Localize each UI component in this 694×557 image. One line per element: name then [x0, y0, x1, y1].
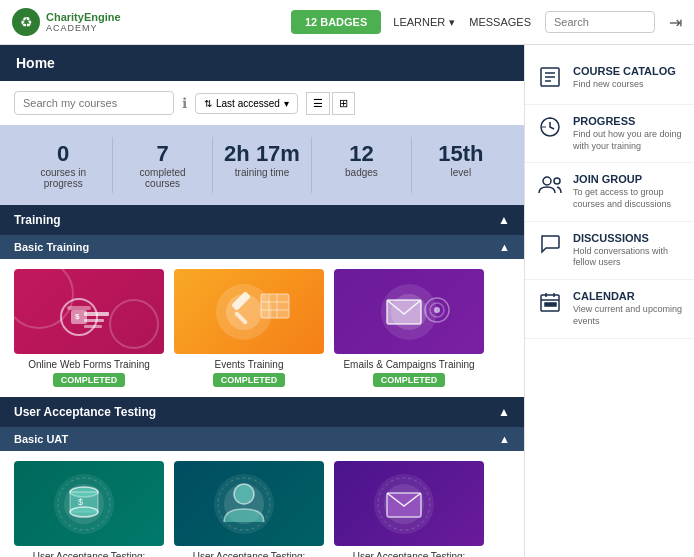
stats-row: 0 courses in progress 7 completed course…	[0, 125, 524, 205]
basic-training-cards: $ Online Web Forms Training COMPLETED	[0, 259, 524, 397]
card-thumbnail	[174, 461, 324, 546]
header-nav: LEARNER ▾ MESSAGES ⇥	[393, 11, 682, 33]
page-header: Home	[0, 45, 524, 81]
main-layout: Home ℹ ⇅ Last accessed ▾ ☰ ⊞ 0 courses i…	[0, 45, 694, 557]
view-icons: ☰ ⊞	[306, 92, 355, 115]
svg-rect-5	[84, 325, 102, 328]
sidebar-desc: View current and upcoming events	[573, 304, 682, 327]
progress-icon	[537, 115, 563, 144]
svg-text:$: $	[78, 497, 83, 507]
learner-dropdown[interactable]: LEARNER ▾	[393, 16, 455, 29]
svg-rect-50	[553, 303, 556, 306]
sidebar-desc: Find out how you are doing with your tra…	[573, 129, 682, 152]
sidebar-item-progress[interactable]: PROGRESS Find out how you are doing with…	[525, 105, 694, 163]
training-section-header[interactable]: Training ▲	[0, 205, 524, 235]
card-title: Events Training	[215, 359, 284, 370]
sidebar-item-calendar[interactable]: CALENDAR View current and upcoming event…	[525, 280, 694, 338]
course-card-uat-campaigns[interactable]: User Acceptance Testing: Campaigns ... C…	[334, 461, 484, 557]
chevron-up-icon: ▲	[499, 241, 510, 253]
card-title: User Acceptance Testing: Donations A...	[14, 551, 164, 557]
info-icon[interactable]: ℹ	[182, 95, 187, 111]
svg-point-26	[70, 507, 98, 517]
stat-level: 15th level	[412, 137, 510, 193]
search-bar-row: ℹ ⇅ Last accessed ▾ ☰ ⊞	[0, 81, 524, 125]
left-content: Home ℹ ⇅ Last accessed ▾ ☰ ⊞ 0 courses i…	[0, 45, 524, 557]
logout-button[interactable]: ⇥	[669, 13, 682, 32]
card-thumbnail	[334, 461, 484, 546]
svg-point-31	[234, 484, 254, 504]
logout-icon: ⇥	[669, 14, 682, 31]
uat-section-header[interactable]: User Acceptance Testing ▲	[0, 397, 524, 427]
grid-view-button[interactable]: ⊞	[332, 92, 355, 115]
card-title: Online Web Forms Training	[28, 359, 150, 370]
stat-value: 12	[320, 141, 402, 167]
sidebar-desc: Hold conversations with fellow users	[573, 246, 682, 269]
sidebar-title: JOIN GROUP	[573, 173, 682, 185]
sidebar-title: PROGRESS	[573, 115, 682, 127]
sidebar-title: COURSE CATALOG	[573, 65, 676, 77]
svg-point-43	[554, 178, 560, 184]
discussions-icon	[537, 232, 563, 261]
logo-sub: ACADEMY	[46, 23, 121, 33]
svg-text:$: $	[75, 312, 80, 321]
sidebar-item-course-catalog[interactable]: COURSE CATALOG Find new courses	[525, 55, 694, 105]
stat-label: training time	[221, 167, 303, 178]
basic-uat-subsection-header[interactable]: Basic UAT ▲	[0, 427, 524, 451]
badges-button[interactable]: 12 BADGES	[291, 10, 381, 34]
svg-rect-11	[261, 294, 289, 318]
stat-label: level	[420, 167, 502, 178]
stat-label: badges	[320, 167, 402, 178]
stat-badges: 12 badges	[312, 137, 411, 193]
course-card-uat-donations[interactable]: $ User Acceptance Testing: Donations A..…	[14, 461, 164, 557]
course-search-input[interactable]	[14, 91, 174, 115]
sidebar-item-join-group[interactable]: JOIN GROUP To get access to group course…	[525, 163, 694, 221]
calendar-icon	[537, 290, 563, 319]
stat-value: 7	[121, 141, 203, 167]
stat-value: 0	[22, 141, 104, 167]
messages-link[interactable]: MESSAGES	[469, 16, 531, 28]
logo-name: CharityEngine	[46, 11, 121, 23]
svg-rect-4	[84, 319, 104, 322]
completed-badge: COMPLETED	[213, 373, 286, 387]
sidebar-text: DISCUSSIONS Hold conversations with fell…	[573, 232, 682, 269]
completed-badge: COMPLETED	[53, 373, 126, 387]
card-title: User Acceptance Testing: Campaigns ...	[334, 551, 484, 557]
course-card-events-training[interactable]: Events Training COMPLETED	[174, 269, 324, 387]
logo-text: CharityEngine ACADEMY	[46, 11, 121, 33]
card-title: Emails & Campaigns Training	[343, 359, 474, 370]
svg-rect-2	[67, 306, 91, 310]
sidebar-text: COURSE CATALOG Find new courses	[573, 65, 676, 91]
join-group-icon	[537, 173, 563, 202]
chevron-down-icon: ▾	[284, 98, 289, 109]
logo-icon: ♻	[12, 8, 40, 36]
basic-training-subsection-header[interactable]: Basic Training ▲	[0, 235, 524, 259]
stat-label: courses in progress	[22, 167, 104, 189]
list-view-button[interactable]: ☰	[306, 92, 330, 115]
course-card-online-web-forms[interactable]: $ Online Web Forms Training COMPLETED	[14, 269, 164, 387]
svg-point-42	[543, 177, 551, 185]
svg-rect-48	[545, 303, 548, 306]
chevron-up-icon: ▲	[498, 405, 510, 419]
card-thumbnail	[174, 269, 324, 354]
svg-rect-3	[84, 312, 109, 316]
last-accessed-button[interactable]: ⇅ Last accessed ▾	[195, 93, 298, 114]
header: ♻ CharityEngine ACADEMY 12 BADGES LEARNE…	[0, 0, 694, 45]
card-thumbnail: $	[14, 461, 164, 546]
chevron-up-icon: ▲	[499, 433, 510, 445]
sidebar-text: JOIN GROUP To get access to group course…	[573, 173, 682, 210]
card-thumbnail	[334, 269, 484, 354]
course-card-uat-contacts[interactable]: User Acceptance Testing: Contacts App CO…	[174, 461, 324, 557]
stat-label: completed courses	[121, 167, 203, 189]
logo-area: ♻ CharityEngine ACADEMY	[12, 8, 121, 36]
stat-value: 15th	[420, 141, 502, 167]
page-title: Home	[16, 55, 55, 71]
header-search-input[interactable]	[545, 11, 655, 33]
course-card-emails-campaigns[interactable]: Emails & Campaigns Training COMPLETED	[334, 269, 484, 387]
completed-badge: COMPLETED	[373, 373, 446, 387]
stat-courses-in-progress: 0 courses in progress	[14, 137, 113, 193]
stat-completed-courses: 7 completed courses	[113, 137, 212, 193]
card-thumbnail: $	[14, 269, 164, 354]
stat-training-time: 2h 17m training time	[213, 137, 312, 193]
course-catalog-icon	[537, 65, 563, 94]
sidebar-item-discussions[interactable]: DISCUSSIONS Hold conversations with fell…	[525, 222, 694, 280]
